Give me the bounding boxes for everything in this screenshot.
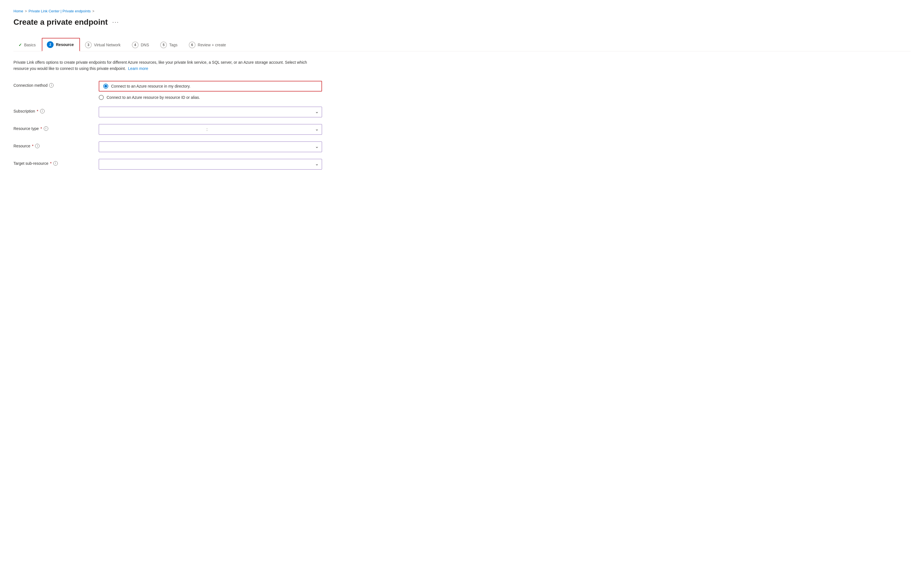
page-header: Create a private endpoint ··· [13,18,911,27]
connection-method-field: Connect to an Azure resource in my direc… [99,81,322,100]
resource-info-icon[interactable]: i [35,144,40,148]
tab-resource[interactable]: 2 Resource [42,38,80,51]
resource-label: Resource * i [13,141,92,148]
tab-resource-label: Resource [56,42,74,47]
subscription-required-star: * [37,109,38,114]
learn-more-link[interactable]: Learn more [128,66,148,71]
radio-option-resource-id[interactable]: Connect to an Azure resource by resource… [99,95,322,100]
virtual-network-step-number: 3 [85,42,92,48]
breadcrumb: Home > Private Link Center | Private end… [13,9,911,13]
tab-review-create-label: Review + create [198,43,226,47]
resource-type-info-icon[interactable]: i [44,126,48,131]
target-sub-resource-info-icon[interactable]: i [53,161,58,166]
tab-basics[interactable]: ✓ Basics [13,39,42,50]
target-sub-resource-row: Target sub-resource * i [13,159,322,170]
steps-navigation: ✓ Basics 2 Resource 3 Virtual Network 4 … [13,38,911,51]
tab-virtual-network[interactable]: 3 Virtual Network [80,38,127,51]
subscription-info-icon[interactable]: i [40,109,45,114]
dns-step-number: 4 [132,42,139,48]
target-sub-resource-field [99,159,322,170]
target-sub-resource-select[interactable] [99,159,322,170]
resource-type-field: : [99,124,322,135]
resource-type-required-star: * [40,126,42,131]
subscription-select[interactable] [99,107,322,117]
subscription-select-wrapper [99,107,322,117]
resource-required-star: * [32,144,33,148]
resource-row: Resource * i [13,141,322,152]
tab-review-create[interactable]: 6 Review + create [184,38,232,51]
resource-field [99,141,322,152]
radio-resource-id-label: Connect to an Azure resource by resource… [107,95,200,100]
resource-type-label: Resource type * i [13,124,92,131]
connection-method-label: Connection method i [13,81,92,88]
subscription-label: Subscription * i [13,107,92,114]
resource-select-wrapper [99,141,322,152]
tab-tags-label: Tags [169,43,178,47]
tab-dns[interactable]: 4 DNS [127,38,155,51]
subscription-row: Subscription * i [13,107,322,117]
connection-method-info-icon[interactable]: i [49,83,53,88]
tab-basics-label: Basics [24,43,36,47]
review-create-step-number: 6 [189,42,196,48]
radio-resource-id-circle [99,95,104,100]
tags-step-number: 5 [160,42,167,48]
tab-dns-label: DNS [141,43,149,47]
tab-tags[interactable]: 5 Tags [155,38,184,51]
tab-virtual-network-label: Virtual Network [94,43,121,47]
radio-directory-label: Connect to an Azure resource in my direc… [111,84,191,88]
radio-option-directory[interactable]: Connect to an Azure resource in my direc… [99,81,322,91]
ellipsis-menu-icon[interactable]: ··· [112,18,119,26]
resource-form: Connection method i Connect to an Azure … [13,81,322,170]
resource-select[interactable] [99,141,322,152]
resource-type-select-wrapper: : [99,124,322,135]
breadcrumb-private-link[interactable]: Private Link Center | Private endpoints [29,9,91,13]
radio-directory-circle [103,84,108,89]
basics-check-icon: ✓ [18,43,22,47]
target-sub-resource-required-star: * [50,161,52,166]
breadcrumb-home[interactable]: Home [13,9,23,13]
subscription-field [99,107,322,117]
description-text: Private Link offers options to create pr… [13,59,322,72]
page-title: Create a private endpoint [13,18,108,27]
target-sub-resource-label: Target sub-resource * i [13,159,92,166]
resource-type-select[interactable]: : [99,124,322,135]
target-sub-resource-select-wrapper [99,159,322,170]
connection-method-row: Connection method i Connect to an Azure … [13,81,322,100]
connection-method-radio-group: Connect to an Azure resource in my direc… [99,81,322,100]
resource-type-row: Resource type * i : [13,124,322,135]
resource-step-number: 2 [47,41,53,48]
